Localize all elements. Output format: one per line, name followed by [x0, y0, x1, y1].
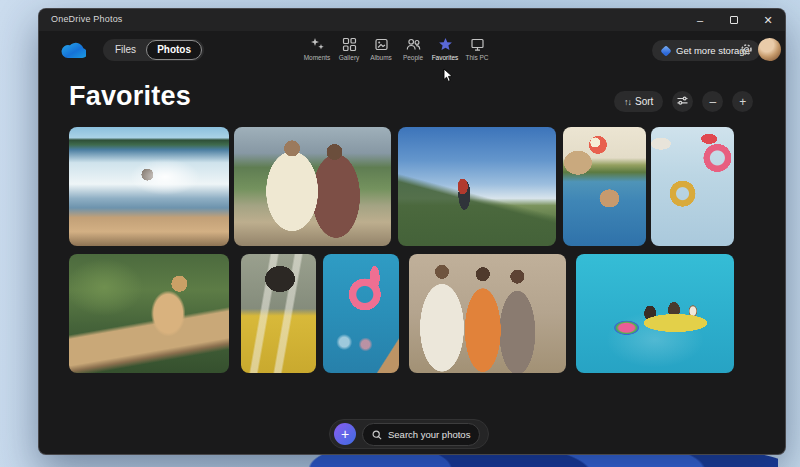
photo-dog-log[interactable] — [69, 254, 229, 373]
tab-label: People — [403, 54, 423, 61]
album-icon — [374, 37, 389, 52]
search-placeholder: Search your photos — [388, 429, 470, 440]
photo-pool-beachball[interactable] — [563, 127, 646, 246]
tab-label: This PC — [465, 54, 488, 61]
maximize-icon — [730, 16, 738, 24]
titlebar: OneDrive Photos – ✕ — [39, 9, 785, 31]
tab-moments[interactable]: Moments — [301, 35, 333, 61]
maximize-button[interactable] — [717, 9, 751, 31]
photos-nav: Moments Gallery — [301, 35, 493, 61]
account-avatar[interactable] — [758, 38, 781, 61]
photo-hiker-hill[interactable] — [398, 127, 556, 246]
tab-label: Moments — [304, 54, 331, 61]
photo-couple-bicycles[interactable] — [234, 127, 391, 246]
people-icon — [406, 37, 421, 52]
zoom-in-button[interactable]: + — [732, 91, 753, 112]
settings-gear-icon[interactable] — [739, 42, 754, 61]
tab-albums[interactable]: Albums — [365, 35, 397, 61]
photo-pool-floats[interactable] — [651, 127, 734, 246]
search-bar-container: + Search your photos — [329, 419, 489, 449]
search-icon — [372, 426, 382, 444]
photo-wine-toast[interactable] — [241, 254, 316, 373]
zoom-out-button[interactable]: – — [702, 91, 723, 112]
diamond-icon — [660, 45, 671, 56]
onedrive-photos-window: OneDrive Photos – ✕ Files Photos — [38, 8, 786, 455]
close-button[interactable]: ✕ — [751, 9, 785, 31]
toggle-photos[interactable]: Photos — [146, 40, 202, 60]
toolbar: Files Photos Moments — [39, 31, 785, 71]
tab-label: Albums — [370, 54, 392, 61]
tab-favorites[interactable]: Favorites — [429, 35, 461, 61]
window-title: OneDrive Photos — [51, 14, 123, 24]
sort-button[interactable]: ↑↓ Sort — [614, 91, 663, 112]
sort-label: Sort — [635, 96, 653, 107]
star-icon — [438, 37, 453, 52]
files-photos-toggle: Files Photos — [103, 39, 204, 61]
tab-gallery[interactable]: Gallery — [333, 35, 365, 61]
photo-flamingo-float[interactable] — [323, 254, 399, 373]
filter-button[interactable] — [672, 91, 693, 112]
page-title: Favorites — [69, 81, 191, 112]
photo-boat-ride[interactable] — [69, 127, 229, 246]
tab-label: Gallery — [339, 54, 360, 61]
mouse-cursor — [443, 68, 454, 87]
monitor-icon — [470, 37, 485, 52]
tab-people[interactable]: People — [397, 35, 429, 61]
photo-friends-alley[interactable] — [409, 254, 566, 373]
filter-sliders-icon — [676, 94, 689, 110]
view-controls: ↑↓ Sort – + — [614, 91, 753, 112]
sparkles-icon — [310, 37, 325, 52]
sort-arrows-icon: ↑↓ — [624, 97, 631, 107]
grid-icon — [342, 37, 357, 52]
window-controls: – ✕ — [683, 9, 785, 31]
tab-this-pc[interactable]: This PC — [461, 35, 493, 61]
tab-label: Favorites — [432, 54, 459, 61]
onedrive-logo-icon[interactable] — [56, 40, 86, 63]
add-button[interactable]: + — [334, 423, 356, 445]
photo-dogs-paddleboard[interactable] — [576, 254, 734, 373]
toggle-files[interactable]: Files — [105, 41, 146, 59]
search-input[interactable]: Search your photos — [362, 423, 480, 446]
minimize-button[interactable]: – — [683, 9, 717, 31]
